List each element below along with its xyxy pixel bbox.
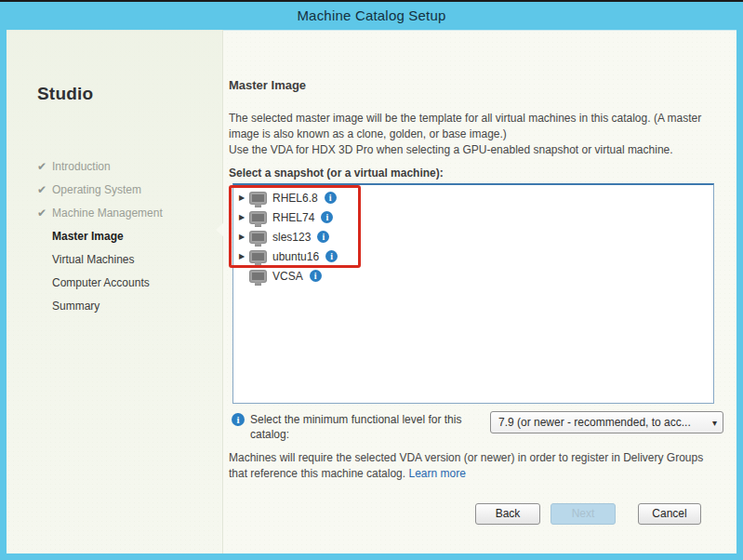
wizard-sidebar: Studio ✔ Introduction ✔ Operating System… [7, 30, 223, 553]
wizard-steps-list: ✔ Introduction ✔ Operating System ✔ Mach… [37, 154, 219, 317]
tree-row-ubuntu16[interactable]: ▶ ubuntu16 i [233, 247, 713, 266]
virtual-machine-icon [250, 193, 266, 204]
intro-text: The selected master image will be the te… [229, 111, 723, 158]
info-icon[interactable]: i [325, 250, 338, 262]
step-label: Virtual Machines [52, 253, 135, 266]
page-title: Master Image [229, 78, 306, 92]
step-label: Introduction [52, 160, 111, 173]
tree-row-vcsa[interactable]: VCSA i [233, 266, 713, 286]
intro-line-2: Use the VDA for HDX 3D Pro when selectin… [229, 142, 723, 158]
machine-catalog-setup-window: Machine Catalog Setup Studio ✔ Introduct… [0, 0, 743, 560]
tree-row-rhel74[interactable]: ▶ RHEL74 i [233, 207, 713, 227]
sidebar-item-operating-system: ✔ Operating System [37, 178, 219, 201]
expand-arrow-icon[interactable]: ▶ [239, 252, 250, 260]
step-label: Operating System [52, 183, 141, 196]
cancel-button[interactable]: Cancel [638, 503, 701, 525]
snapshot-name[interactable]: RHEL74 [272, 211, 314, 224]
check-icon: ✔ [37, 160, 52, 173]
step-label: Summary [52, 300, 100, 313]
learn-more-link[interactable]: Learn more [408, 467, 465, 480]
virtual-machine-icon [250, 251, 266, 262]
intro-line-1: The selected master image will be the te… [229, 111, 723, 142]
sidebar-item-machine-management: ✔ Machine Management [37, 201, 219, 224]
snapshot-name[interactable]: sles123 [272, 231, 311, 244]
virtual-machine-icon [250, 232, 266, 243]
next-button[interactable]: Next [551, 503, 616, 525]
snapshot-select-label: Select a snapshot (or a virtual machine)… [229, 167, 444, 180]
step-label: Computer Accounts [52, 276, 150, 289]
back-button[interactable]: Back [475, 503, 540, 525]
snapshot-name[interactable]: ubuntu16 [272, 250, 319, 263]
sidebar-item-virtual-machines: Virtual Machines [37, 247, 219, 271]
info-icon[interactable]: i [325, 192, 337, 204]
tree-row-sles123[interactable]: ▶ sles123 i [233, 227, 713, 247]
functional-level-dropdown[interactable]: 7.9 (or newer - recommended, to acc... ▾ [490, 411, 723, 433]
chevron-down-icon: ▾ [706, 418, 717, 428]
sidebar-item-master-image: Master Image [37, 224, 219, 247]
vda-note: Machines will require the selected VDA v… [229, 450, 723, 482]
functional-level-label: Select the minimum functional level for … [250, 412, 503, 442]
dropdown-selected-value: 7.9 (or newer - recommended, to acc... [498, 416, 706, 429]
virtual-machine-icon [250, 271, 266, 282]
vda-note-text: Machines will require the selected VDA v… [229, 451, 703, 480]
info-icon[interactable]: i [317, 231, 329, 243]
sidebar-item-computer-accounts: Computer Accounts [37, 271, 219, 294]
sidebar-item-introduction: ✔ Introduction [37, 154, 219, 178]
snapshot-tree-listbox[interactable]: ▶ RHEL6.8 i ▶ RHEL74 i ▶ sles123 i ▶ ubu… [232, 183, 714, 404]
snapshot-name[interactable]: RHEL6.8 [272, 192, 318, 205]
check-icon: ✔ [37, 207, 52, 220]
tree-row-rhel68[interactable]: ▶ RHEL6.8 i [233, 188, 713, 207]
step-label: Master Image [52, 230, 124, 243]
snapshot-name[interactable]: VCSA [272, 270, 303, 283]
info-icon: i [232, 413, 245, 426]
info-icon[interactable]: i [321, 211, 333, 223]
virtual-machine-icon [250, 212, 266, 223]
studio-logo: Studio [37, 84, 93, 104]
expand-arrow-icon[interactable]: ▶ [239, 193, 250, 202]
step-label: Machine Management [52, 207, 163, 220]
expand-arrow-icon[interactable]: ▶ [239, 213, 250, 221]
window-title: Machine Catalog Setup [0, 2, 743, 30]
info-icon[interactable]: i [310, 270, 322, 282]
snapshot-tree: ▶ RHEL6.8 i ▶ RHEL74 i ▶ sles123 i ▶ ubu… [233, 188, 713, 286]
check-icon: ✔ [37, 183, 52, 196]
expand-arrow-icon[interactable]: ▶ [239, 233, 250, 241]
sidebar-item-summary: Summary [37, 294, 219, 317]
